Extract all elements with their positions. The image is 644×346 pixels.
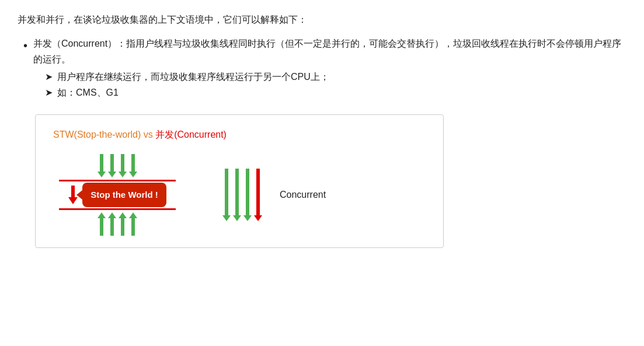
bottom-arrows	[98, 212, 137, 236]
stw-balloon: Stop the World !	[82, 183, 166, 207]
sub-item-1: ➤ 用户程序在继续运行，而垃圾收集程序线程运行于另一个CPU上；	[45, 69, 626, 85]
head	[129, 212, 137, 218]
shaft	[100, 154, 103, 172]
top-arrow-3	[119, 154, 127, 177]
bullet-item-concurrent: • 并发（Concurrent）：指用户线程与垃圾收集线程同时执行（但不一定是并…	[23, 36, 626, 100]
shaft	[100, 218, 103, 236]
head	[243, 215, 252, 221]
stw-mid: Stop the World !	[68, 183, 166, 207]
head	[222, 215, 231, 221]
diagram-wrapper: STW(Stop-the-world) vs 并发(Concurrent)	[35, 114, 444, 248]
head	[108, 212, 116, 218]
shaft	[131, 154, 135, 172]
top-arrows	[98, 154, 137, 177]
diagram-body: Stop the World !	[53, 154, 426, 236]
intro-text: 并发和并行，在谈论垃圾收集器的上下文语境中，它们可以解释如下：	[18, 12, 626, 27]
shaft	[121, 154, 124, 172]
sub-text-2: 如：CMS、G1	[57, 85, 119, 100]
shaft	[110, 218, 114, 236]
top-hline	[59, 180, 176, 181]
top-arrow-2	[108, 154, 116, 177]
sub-text-1: 用户程序在继续运行，而垃圾收集程序线程运行于另一个CPU上；	[57, 69, 329, 85]
shaft	[256, 169, 260, 215]
bullet-dot: •	[23, 37, 27, 100]
conc-arrow-g1	[222, 169, 231, 221]
shaft	[235, 169, 239, 215]
sub-item-2: ➤ 如：CMS、G1	[45, 85, 626, 100]
top-arrow-4	[129, 154, 137, 177]
bottom-hline	[59, 208, 176, 210]
diagram-title: STW(Stop-the-world) vs 并发(Concurrent)	[53, 127, 426, 142]
conc-arrow-g2	[233, 169, 241, 221]
arrow-symbol-1: ➤	[45, 69, 53, 85]
head	[119, 172, 127, 177]
top-arrow-1	[98, 154, 106, 177]
bottom-arrow-2	[108, 212, 116, 236]
head	[98, 212, 106, 218]
shaft	[225, 169, 228, 215]
concurrent-label: Concurrent	[280, 187, 326, 202]
diagram-title-concurrent: 并发(Concurrent)	[155, 130, 227, 139]
shaft	[121, 218, 124, 236]
bottom-arrow-1	[98, 212, 106, 236]
shaft	[131, 218, 135, 236]
head	[129, 172, 137, 177]
bullet-content: 并发（Concurrent）：指用户线程与垃圾收集线程同时执行（但不一定是并行的…	[33, 36, 626, 100]
conc-arrow-r1	[254, 169, 262, 221]
concurrent-section: Concurrent	[222, 169, 326, 221]
bullet-list: • 并发（Concurrent）：指用户线程与垃圾收集线程同时执行（但不一定是并…	[18, 36, 626, 100]
stw-section: Stop the World !	[59, 154, 176, 236]
head	[108, 172, 116, 177]
arrow-symbol-2: ➤	[45, 85, 53, 100]
center-shaft	[71, 186, 75, 197]
diagram-title-stw: STW(Stop-the-world) vs	[53, 130, 155, 139]
shaft	[246, 169, 249, 215]
head	[119, 212, 127, 218]
bottom-arrow-4	[129, 212, 137, 236]
head	[98, 172, 106, 177]
conc-arrow-g3	[243, 169, 252, 221]
sub-list: ➤ 用户程序在继续运行，而垃圾收集程序线程运行于另一个CPU上； ➤ 如：CMS…	[33, 69, 626, 100]
head	[233, 215, 241, 221]
bottom-arrow-3	[119, 212, 127, 236]
concurrent-arrows	[222, 169, 262, 221]
shaft	[110, 154, 114, 172]
head	[254, 215, 262, 221]
bullet-main-text: 并发（Concurrent）：指用户线程与垃圾收集线程同时执行（但不一定是并行的…	[33, 39, 621, 64]
